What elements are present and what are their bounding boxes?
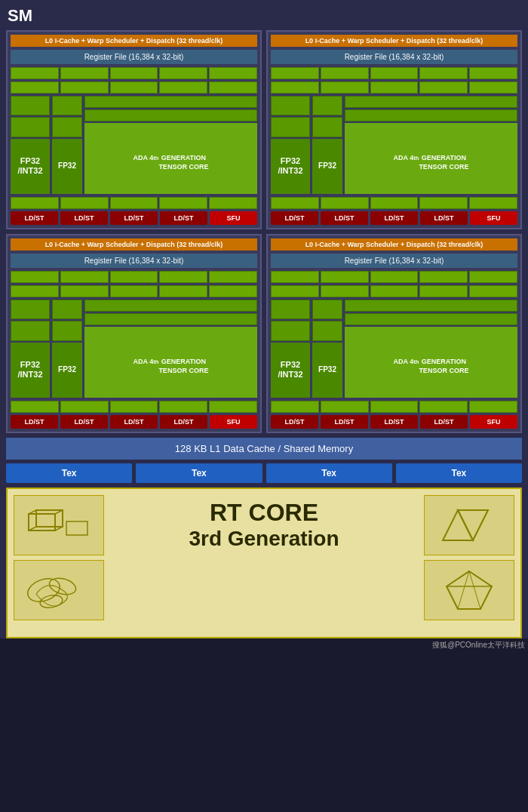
ldst-10: LD/ST <box>60 415 108 429</box>
green-cell <box>159 285 207 297</box>
compute-row-2: FP32/INT32 FP32 ADA 4thGENERATIONTENSOR … <box>271 96 517 194</box>
tensor-core-label-2: ADA 4thGENERATIONTENSOR CORE <box>345 123 517 194</box>
bottom-row-3: LD/ST LD/ST LD/ST LD/ST SFU <box>11 415 257 429</box>
green-cell <box>370 197 419 209</box>
l0-header-2: L0 I-Cache + Warp Scheduler + Dispatch (… <box>271 35 517 47</box>
green-cell <box>321 197 369 209</box>
sfu-2: SFU <box>470 211 517 225</box>
green-cell <box>84 96 257 108</box>
rt-bottom-row <box>14 560 514 620</box>
fp32-label-3: FP32 <box>52 343 82 398</box>
svg-marker-7 <box>443 510 473 540</box>
ldst-4: LD/ST <box>160 211 207 225</box>
ldst-9: LD/ST <box>11 415 58 429</box>
green-cell <box>11 96 50 115</box>
green-cell <box>345 96 517 108</box>
watermark: 搜狐@PCOnline太平洋科技 <box>0 638 528 652</box>
green-cell <box>469 82 517 94</box>
rt-core-section: RT CORE 3rd Generation <box>6 488 522 638</box>
fp32-col-1: FP32 <box>52 96 82 194</box>
reg-file-2: Register File (16,384 x 32-bit) <box>271 50 517 64</box>
green-cell <box>159 82 207 94</box>
green-cell <box>159 401 207 413</box>
ldst-11: LD/ST <box>110 415 158 429</box>
green-cell <box>110 82 158 94</box>
green-cell <box>52 96 82 115</box>
top-green-row-4b <box>271 285 517 297</box>
top-green-row-2 <box>271 67 517 79</box>
rt-top-row: RT CORE 3rd Generation <box>14 495 514 555</box>
green-cell <box>60 271 109 283</box>
green-cell <box>11 300 50 319</box>
green-cell <box>84 313 257 325</box>
green-cell <box>271 67 319 79</box>
green-cell <box>312 321 342 340</box>
green-cell <box>60 285 109 297</box>
green-cell <box>110 271 158 283</box>
tex-3: Tex <box>266 463 392 483</box>
mid-green-row-1 <box>11 197 257 209</box>
ldst-1: LD/ST <box>11 211 58 225</box>
rt-core-generation: 3rd Generation <box>110 527 418 551</box>
ldst-7: LD/ST <box>370 211 418 225</box>
top-green-row-3b <box>11 285 257 297</box>
green-cell <box>209 271 257 283</box>
tensor-core-label-3: ADA 4thGENERATIONTENSOR CORE <box>84 327 257 398</box>
top-green-row-4 <box>271 271 517 283</box>
tensor-col-3: ADA 4thGENERATIONTENSOR CORE <box>84 300 257 398</box>
quadrant-1: L0 I-Cache + Warp Scheduler + Dispatch (… <box>6 30 262 229</box>
green-cell <box>469 67 517 79</box>
green-cell <box>321 271 369 283</box>
green-cell <box>345 109 517 121</box>
green-cell <box>469 401 517 413</box>
compute-row-4: FP32/INT32 FP32 ADA 4thGENERATIONTENSOR … <box>271 300 517 398</box>
ldst-13: LD/ST <box>271 415 318 429</box>
green-cell <box>159 67 207 79</box>
green-cell <box>345 300 517 312</box>
gem-icon-right <box>424 560 514 620</box>
tex-1: Tex <box>6 463 132 483</box>
green-cell <box>419 285 468 297</box>
tensor-col-2: ADA 4thGENERATIONTENSOR CORE <box>345 96 517 194</box>
fp32-int32-col-3: FP32/INT32 <box>11 300 50 398</box>
svg-line-10 <box>473 510 488 540</box>
tex-2: Tex <box>136 463 262 483</box>
ldst-12: LD/ST <box>160 415 207 429</box>
l0-header-4: L0 I-Cache + Warp Scheduler + Dispatch (… <box>271 238 517 251</box>
green-cell <box>84 300 257 312</box>
top-green-row-1 <box>11 67 257 79</box>
green-cell <box>321 67 369 79</box>
fp32-col-2: FP32 <box>312 96 342 194</box>
green-cell <box>11 285 59 297</box>
fp32-int32-label-2: FP32/INT32 <box>271 139 310 194</box>
svg-marker-8 <box>458 510 488 540</box>
tex-4: Tex <box>396 463 522 483</box>
green-cell <box>321 285 369 297</box>
green-cell <box>271 271 319 283</box>
quadrant-2: L0 I-Cache + Warp Scheduler + Dispatch (… <box>266 30 522 229</box>
green-cell <box>209 67 257 79</box>
tensor-core-label-4: ADA 4thGENERATIONTENSOR CORE <box>345 327 517 398</box>
quadrant-3: L0 I-Cache + Warp Scheduler + Dispatch (… <box>6 234 262 433</box>
green-cell <box>469 197 517 209</box>
ldst-16: LD/ST <box>420 415 468 429</box>
green-cell <box>11 117 50 137</box>
green-cell <box>60 401 109 413</box>
rt-core-title: RT CORE <box>110 500 418 526</box>
ldst-5: LD/ST <box>271 211 318 225</box>
green-cell <box>11 271 59 283</box>
top-green-row-1b <box>11 82 257 94</box>
green-cell <box>312 96 342 115</box>
green-cell <box>345 313 517 325</box>
reg-file-1: Register File (16,384 x 32-bit) <box>11 50 257 64</box>
green-cell <box>209 401 257 413</box>
svg-line-18 <box>447 586 458 609</box>
fp32-int32-col-4: FP32/INT32 <box>271 300 310 398</box>
green-cell <box>52 300 82 319</box>
green-cell <box>469 271 517 283</box>
bottom-row-1: LD/ST LD/ST LD/ST LD/ST SFU <box>11 211 257 225</box>
tensor-col-1: ADA 4thGENERATIONTENSOR CORE <box>84 96 257 194</box>
green-cell <box>11 197 59 209</box>
green-cell <box>271 321 310 340</box>
tensor-col-4: ADA 4thGENERATIONTENSOR CORE <box>345 300 517 398</box>
